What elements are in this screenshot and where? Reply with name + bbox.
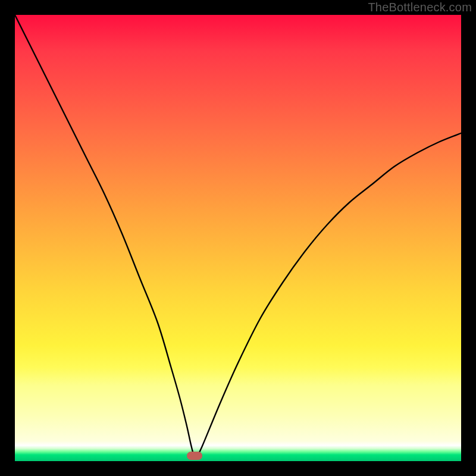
- bottleneck-curve: [15, 15, 461, 461]
- minimum-marker: [187, 452, 202, 460]
- chart-frame: TheBottleneck.com: [0, 0, 476, 476]
- plot-area: [15, 15, 461, 461]
- watermark-text: TheBottleneck.com: [368, 1, 472, 14]
